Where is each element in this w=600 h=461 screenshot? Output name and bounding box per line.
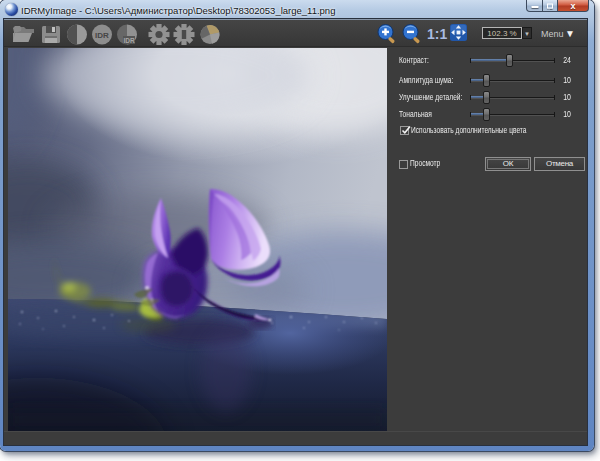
svg-text:IDR: IDR <box>123 37 135 44</box>
svg-text:IDR: IDR <box>95 31 109 40</box>
svg-text:1:1: 1:1 <box>427 26 447 42</box>
